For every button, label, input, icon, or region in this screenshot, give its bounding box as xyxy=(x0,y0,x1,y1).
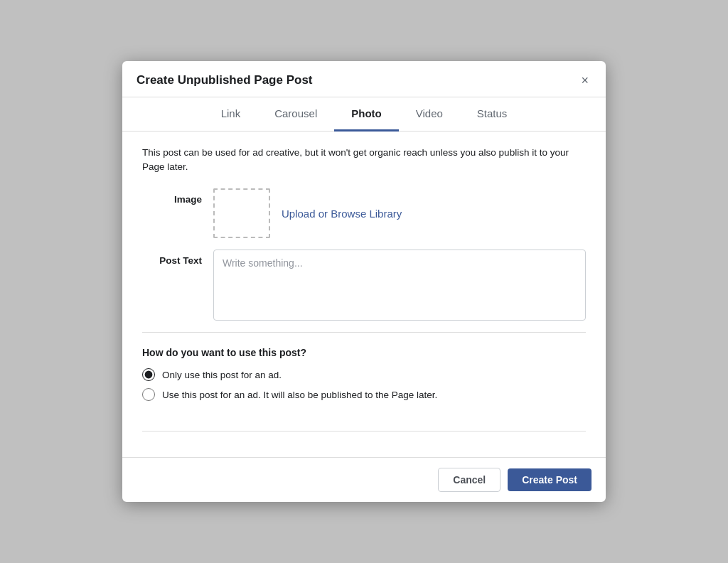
dialog-title: Create Unpublished Page Post xyxy=(136,73,313,87)
usage-section: How do you want to use this post? Only u… xyxy=(142,344,586,419)
upload-or-browse-link[interactable]: Upload or Browse Library xyxy=(270,208,402,220)
info-text: This post can be used for ad creative, b… xyxy=(142,146,586,175)
tab-carousel[interactable]: Carousel xyxy=(257,97,334,132)
create-post-dialog: Create Unpublished Page Post × Link Caro… xyxy=(122,61,606,503)
divider-2 xyxy=(142,431,586,431)
tab-status[interactable]: Status xyxy=(460,97,525,132)
cancel-button[interactable]: Cancel xyxy=(438,468,500,492)
post-text-label: Post Text xyxy=(142,250,213,266)
radio-input-ad-only[interactable] xyxy=(142,368,155,381)
dialog-header: Create Unpublished Page Post × xyxy=(122,61,606,97)
tab-photo[interactable]: Photo xyxy=(334,97,399,132)
tab-link[interactable]: Link xyxy=(204,97,258,132)
usage-title: How do you want to use this post? xyxy=(142,347,586,358)
radio-label-ad-only: Only use this post for an ad. xyxy=(162,370,282,380)
image-placeholder xyxy=(213,188,270,238)
image-upload-area: Upload or Browse Library xyxy=(213,188,402,238)
radio-input-ad-and-publish[interactable] xyxy=(142,388,155,401)
divider-1 xyxy=(142,332,586,333)
tab-video[interactable]: Video xyxy=(399,97,460,132)
radio-option-ad-only[interactable]: Only use this post for an ad. xyxy=(142,368,586,381)
tab-bar: Link Carousel Photo Video Status xyxy=(122,97,606,132)
image-row: Image Upload or Browse Library xyxy=(142,188,586,238)
post-text-row: Post Text xyxy=(142,250,586,321)
dialog-body: This post can be used for ad creative, b… xyxy=(122,132,606,458)
close-button[interactable]: × xyxy=(578,73,592,88)
post-text-input[interactable] xyxy=(213,250,586,321)
dialog-footer: Cancel Create Post xyxy=(122,457,606,502)
image-label: Image xyxy=(142,188,213,205)
radio-option-ad-and-publish[interactable]: Use this post for an ad. It will also be… xyxy=(142,388,586,401)
radio-label-ad-and-publish: Use this post for an ad. It will also be… xyxy=(162,390,437,400)
create-post-button[interactable]: Create Post xyxy=(508,468,592,491)
